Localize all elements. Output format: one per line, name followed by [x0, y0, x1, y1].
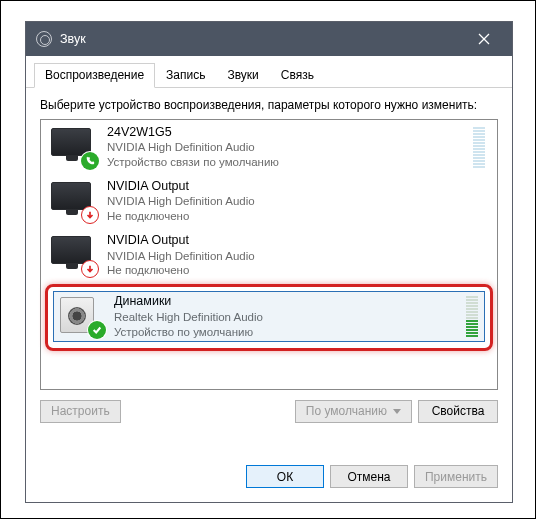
list-empty-space	[41, 353, 497, 389]
tab-playback[interactable]: Воспроизведение	[34, 63, 155, 88]
speaker-icon	[56, 295, 104, 337]
device-name: NVIDIA Output	[107, 232, 489, 248]
level-meter	[466, 296, 482, 337]
tab-recording[interactable]: Запись	[155, 63, 216, 88]
device-row-selected[interactable]: Динамики Realtek High Definition Audio У…	[41, 282, 497, 352]
default-device-badge-icon	[88, 321, 106, 339]
device-status: Устройство связи по умолчанию	[107, 155, 465, 170]
close-button[interactable]	[462, 22, 506, 56]
device-provider: Realtek High Definition Audio	[114, 310, 458, 325]
list-button-row: Настроить По умолчанию Свойства	[40, 400, 498, 423]
disconnected-badge-icon	[81, 206, 99, 224]
sound-icon	[36, 31, 52, 47]
tab-strip: Воспроизведение Запись Звуки Связь	[26, 56, 512, 88]
ok-button[interactable]: ОК	[246, 465, 324, 488]
device-list[interactable]: 24V2W1G5 NVIDIA High Definition Audio Ус…	[40, 119, 498, 390]
dialog-button-bar: ОК Отмена Применить	[26, 455, 512, 502]
device-provider: NVIDIA High Definition Audio	[107, 140, 465, 155]
default-comm-badge-icon	[81, 152, 99, 170]
device-texts: NVIDIA Output NVIDIA High Definition Aud…	[97, 232, 489, 278]
device-name: NVIDIA Output	[107, 178, 489, 194]
device-status: Устройство по умолчанию	[114, 325, 458, 340]
device-provider: NVIDIA High Definition Audio	[107, 249, 489, 264]
device-name: Динамики	[114, 293, 458, 309]
level-meter	[473, 127, 489, 168]
device-row[interactable]: NVIDIA Output NVIDIA High Definition Aud…	[41, 174, 497, 228]
sound-dialog: Звук Воспроизведение Запись Звуки Связь …	[25, 21, 513, 503]
properties-button[interactable]: Свойства	[418, 400, 498, 423]
instruction-text: Выберите устройство воспроизведения, пар…	[40, 98, 498, 113]
device-texts: Динамики Realtek High Definition Audio У…	[104, 293, 458, 339]
device-row[interactable]: NVIDIA Output NVIDIA High Definition Aud…	[41, 228, 497, 282]
device-status: Не подключено	[107, 263, 489, 278]
device-status: Не подключено	[107, 209, 489, 224]
device-name: 24V2W1G5	[107, 124, 465, 140]
device-texts: NVIDIA Output NVIDIA High Definition Aud…	[97, 178, 489, 224]
tab-comms[interactable]: Связь	[270, 63, 325, 88]
close-icon	[478, 33, 490, 45]
monitor-icon	[49, 126, 97, 168]
set-default-button[interactable]: По умолчанию	[295, 400, 412, 423]
tab-sounds[interactable]: Звуки	[216, 63, 269, 88]
monitor-icon	[49, 180, 97, 222]
configure-button[interactable]: Настроить	[40, 400, 121, 423]
window-title: Звук	[60, 32, 462, 46]
device-row[interactable]: 24V2W1G5 NVIDIA High Definition Audio Ус…	[41, 120, 497, 174]
tab-body-playback: Выберите устройство воспроизведения, пар…	[26, 88, 512, 455]
screenshot-frame: Звук Воспроизведение Запись Звуки Связь …	[0, 0, 536, 519]
client-area: Воспроизведение Запись Звуки Связь Выбер…	[26, 56, 512, 502]
apply-button[interactable]: Применить	[414, 465, 498, 488]
disconnected-badge-icon	[81, 260, 99, 278]
title-bar: Звук	[26, 22, 512, 56]
device-provider: NVIDIA High Definition Audio	[107, 194, 489, 209]
device-texts: 24V2W1G5 NVIDIA High Definition Audio Ус…	[97, 124, 465, 170]
monitor-icon	[49, 234, 97, 276]
cancel-button[interactable]: Отмена	[330, 465, 408, 488]
